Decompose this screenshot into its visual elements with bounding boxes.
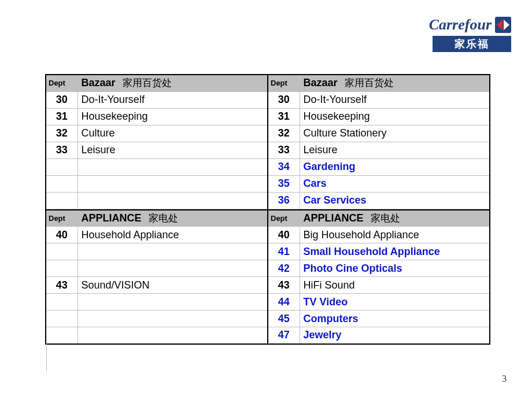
table-row: 43Sound/VISION [46, 277, 267, 294]
dept-code: 30 [46, 91, 77, 108]
dept-name: Housekeeping [77, 108, 267, 125]
dept-code: 43 [46, 277, 77, 294]
table-row: 43HiFi Sound [268, 277, 489, 294]
dept-code: 32 [268, 125, 300, 142]
dept-name: Big Household Appliance [300, 227, 489, 243]
brand-name: Carrefour [429, 16, 492, 34]
page-number: 3 [502, 374, 507, 384]
dept-name: Do-It-Yourself [300, 91, 489, 108]
dept-code [46, 327, 77, 344]
table-row: 33Leisure [268, 142, 489, 158]
dept-name: Gardening [300, 158, 489, 175]
dept-code: 31 [268, 108, 300, 125]
table-row [46, 294, 267, 311]
dept-code: 40 [268, 227, 300, 243]
dept-name: Computers [300, 311, 489, 327]
dept-code: 33 [46, 142, 77, 158]
dept-code [46, 192, 77, 209]
table-row: 44TV Video [268, 294, 489, 311]
table-row: 41Small Household Appliance [268, 243, 489, 260]
dept-table: DeptBazaar家用百货处30Do-It-Yourself31Houseke… [268, 74, 489, 209]
dept-name: Housekeeping [300, 108, 489, 125]
dept-code [46, 311, 77, 327]
dept-table-container: DeptBazaar家用百货处30Do-It-Yourself31Houseke… [45, 74, 490, 345]
dept-code: 32 [46, 125, 77, 142]
dept-name: Do-It-Yourself [77, 91, 267, 108]
dept-code [46, 175, 77, 192]
dept-code: 41 [268, 243, 300, 260]
dept-name [77, 243, 267, 260]
col-header-dept: Dept [268, 210, 300, 227]
dept-name: Culture Stationery [300, 125, 489, 142]
dept-name: Culture [77, 125, 267, 142]
brand-name-cn: 家乐福 [433, 36, 511, 52]
dept-name: Leisure [77, 142, 267, 158]
carrefour-icon [495, 17, 511, 33]
dept-name [77, 192, 267, 209]
dept-table: DeptBazaar家用百货处30Do-It-Yourself31Houseke… [46, 74, 267, 209]
dept-code: 44 [268, 294, 300, 311]
section-title: APPLIANCE家电处 [300, 210, 489, 227]
col-header-dept: Dept [46, 75, 77, 91]
dept-code: 31 [46, 108, 77, 125]
dept-code: 42 [268, 260, 300, 277]
table-row: 34Gardening [268, 158, 489, 175]
dept-name: Cars [300, 175, 489, 192]
table-row [46, 311, 267, 327]
table-row [46, 192, 267, 209]
dept-name [77, 158, 267, 175]
dept-name: HiFi Sound [300, 277, 489, 294]
dept-table: DeptAPPLIANCE家电处40Household Appliance43S… [46, 209, 267, 345]
dept-name: Household Appliance [77, 227, 267, 243]
table-row: 31Housekeeping [46, 108, 267, 125]
dept-name [77, 175, 267, 192]
dept-code: 34 [268, 158, 300, 175]
brand-logo: Carrefour 家乐福 [429, 16, 511, 52]
dept-name: Car Services [300, 192, 489, 209]
dept-name: Sound/VISION [77, 277, 267, 294]
footer-mark [46, 343, 50, 371]
table-row: 33Leisure [46, 142, 267, 158]
dept-name [77, 260, 267, 277]
col-header-dept: Dept [268, 75, 300, 91]
table-row: 32Culture Stationery [268, 125, 489, 142]
table-row [46, 260, 267, 277]
table-row: 35Cars [268, 175, 489, 192]
table-row: 42Photo Cine Opticals [268, 260, 489, 277]
table-row: 40Big Household Appliance [268, 227, 489, 243]
dept-name: TV Video [300, 294, 489, 311]
dept-code [46, 243, 77, 260]
section-title: Bazaar家用百货处 [300, 75, 489, 91]
dept-code: 33 [268, 142, 300, 158]
table-row [46, 175, 267, 192]
dept-table: DeptAPPLIANCE家电处40Big Household Applianc… [268, 209, 489, 345]
dept-name [77, 311, 267, 327]
section-title: Bazaar家用百货处 [77, 75, 267, 91]
table-row [46, 243, 267, 260]
dept-name: Small Household Appliance [300, 243, 489, 260]
dept-name [77, 294, 267, 311]
dept-code [46, 260, 77, 277]
table-row: 30Do-It-Yourself [46, 91, 267, 108]
dept-name [77, 327, 267, 344]
table-row [46, 327, 267, 344]
dept-code: 45 [268, 311, 300, 327]
table-row: 40Household Appliance [46, 227, 267, 243]
dept-name: Jewelry [300, 327, 489, 344]
section-title: APPLIANCE家电处 [77, 210, 267, 227]
table-row: 31Housekeeping [268, 108, 489, 125]
dept-code: 30 [268, 91, 300, 108]
table-row: 45Computers [268, 311, 489, 327]
dept-code: 47 [268, 327, 300, 344]
dept-name: Leisure [300, 142, 489, 158]
dept-code: 43 [268, 277, 300, 294]
table-row: 32Culture [46, 125, 267, 142]
dept-code [46, 294, 77, 311]
dept-code [46, 158, 77, 175]
table-row: 36Car Services [268, 192, 489, 209]
dept-name: Photo Cine Opticals [300, 260, 489, 277]
col-header-dept: Dept [46, 210, 77, 227]
table-row: 30Do-It-Yourself [268, 91, 489, 108]
dept-code: 36 [268, 192, 300, 209]
table-row: 47Jewelry [268, 327, 489, 344]
